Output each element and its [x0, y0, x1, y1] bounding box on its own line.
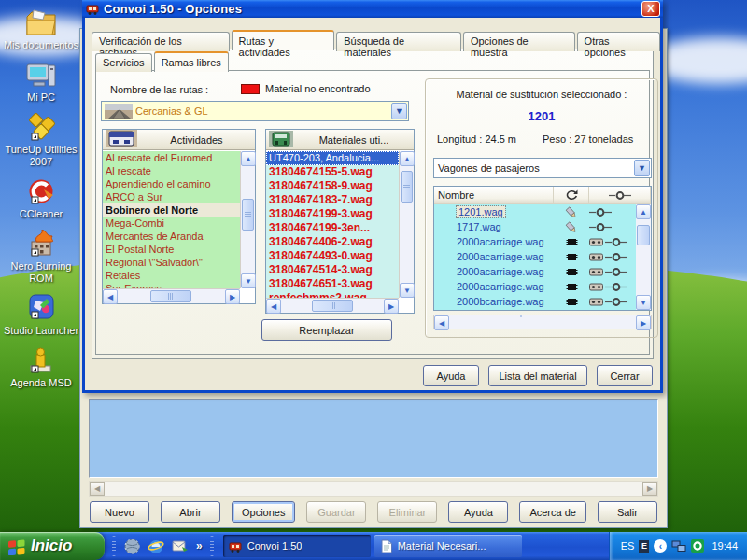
- category-combobox[interactable]: Vagones de pasajeros ▼: [433, 158, 652, 178]
- activity-item[interactable]: Mega-Combi: [103, 217, 240, 230]
- desktop-icon-agenda-msd[interactable]: Agenda MSD: [2, 345, 80, 389]
- table-row[interactable]: 2000acarriage.wag: [434, 234, 636, 249]
- scroll-track[interactable]: [449, 315, 636, 329]
- material-item[interactable]: 31804674493-0.wag: [266, 249, 399, 263]
- materials-horizontal-scrollbar[interactable]: ◀ ▶: [266, 298, 399, 313]
- material-item[interactable]: 31804674199-3.wag: [266, 207, 399, 221]
- scroll-track[interactable]: [118, 289, 225, 303]
- scroll-thumb[interactable]: [520, 315, 522, 317]
- activity-item[interactable]: Mercantes de Aranda: [103, 230, 240, 243]
- material-item[interactable]: 31804674183-7.wag: [266, 193, 399, 207]
- salir-button[interactable]: Salir: [598, 501, 657, 523]
- tab-rutas-y-actividades[interactable]: Rutas y actividades: [232, 30, 335, 50]
- table-row[interactable]: 1201.wag: [434, 204, 636, 219]
- task-convoi-1-50[interactable]: Convoi 1.50: [223, 535, 371, 557]
- internet-explorer-icon[interactable]: [148, 538, 164, 554]
- scroll-left-arrow-icon[interactable]: ◀: [90, 482, 105, 496]
- ayuda-button[interactable]: Ayuda: [448, 501, 508, 523]
- desktop-icon-ccleaner[interactable]: CCleaner: [2, 176, 80, 220]
- scroll-down-arrow-icon[interactable]: ▼: [400, 283, 415, 298]
- activity-item[interactable]: Bobinero del Norte: [103, 203, 240, 217]
- material-item[interactable]: renfechmms2.wag: [266, 291, 399, 298]
- replace-button[interactable]: Reemplazar: [261, 319, 392, 341]
- material-item[interactable]: 31804674155-5.wag: [266, 165, 399, 179]
- network-icon[interactable]: [671, 540, 686, 553]
- quick-launch-overflow-chevron[interactable]: »: [196, 539, 203, 553]
- scroll-right-arrow-icon[interactable]: ▶: [636, 315, 651, 330]
- material-item[interactable]: 31804674158-9.wag: [266, 179, 399, 193]
- route-combobox[interactable]: Cercanias & GL ▼: [101, 101, 409, 121]
- scroll-thumb[interactable]: [637, 225, 650, 245]
- globe-icon[interactable]: [123, 538, 140, 554]
- scroll-left-arrow-icon[interactable]: ◀: [266, 299, 281, 314]
- scroll-thumb[interactable]: [242, 199, 254, 231]
- activity-item[interactable]: Sur Express: [103, 282, 240, 288]
- activity-item[interactable]: Regional \"Salvador\": [103, 256, 240, 269]
- coupling-column-icon[interactable]: [589, 187, 651, 204]
- scroll-right-arrow-icon[interactable]: ▶: [642, 482, 657, 496]
- scroll-up-arrow-icon[interactable]: ▲: [636, 204, 651, 219]
- activity-item[interactable]: Aprendiendo el camino: [103, 177, 240, 190]
- close-icon[interactable]: X: [641, 1, 660, 17]
- language-indicator[interactable]: ES: [621, 540, 635, 552]
- task-material-necesari[interactable]: Material Necesari...: [374, 535, 522, 557]
- material-item[interactable]: 31804674406-2.wag: [266, 235, 399, 249]
- desktop-icon-tuneup-utilities-2007[interactable]: TuneUp Utilities 2007: [2, 112, 80, 168]
- material-item[interactable]: 31804674651-3.wag: [266, 277, 399, 291]
- dialog-titlebar[interactable]: Convoi 1.50 - Opciones X: [82, 0, 663, 18]
- scroll-right-arrow-icon[interactable]: ▶: [384, 299, 399, 314]
- cerrar-button[interactable]: Cerrar: [597, 365, 653, 386]
- ayuda-button[interactable]: Ayuda: [423, 365, 479, 386]
- table-horizontal-scrollbar[interactable]: ◀ ▶: [433, 315, 652, 329]
- scroll-track[interactable]: [281, 299, 384, 313]
- desktop-icon-nero-burning-rom[interactable]: Nero Burning ROM: [2, 229, 80, 285]
- language-e-icon[interactable]: E: [639, 540, 649, 553]
- mail-icon[interactable]: [172, 538, 189, 554]
- activity-item[interactable]: El Postal Norte: [103, 243, 240, 256]
- subtab-servicios[interactable]: Servicios: [95, 53, 152, 72]
- desktop-icon-studio-launcher[interactable]: Studio Launcher: [2, 293, 80, 337]
- scroll-thumb[interactable]: [401, 171, 413, 203]
- table-row[interactable]: 1717.wag: [434, 219, 636, 234]
- tab-opciones-de-muestra[interactable]: Opciones de muestra: [463, 32, 575, 51]
- subtab-ramas-libres[interactable]: Ramas libres: [154, 51, 229, 72]
- scroll-left-arrow-icon[interactable]: ◀: [434, 315, 449, 330]
- tab-búsqueda-de-materiales[interactable]: Búsqueda de materiales: [336, 32, 461, 51]
- activities-vertical-scrollbar[interactable]: ▲ ▼: [240, 151, 255, 288]
- table-row[interactable]: 2000acarriage.wag: [434, 279, 636, 294]
- scroll-right-arrow-icon[interactable]: ▶: [225, 289, 240, 304]
- activities-horizontal-scrollbar[interactable]: ◀ ▶: [103, 288, 240, 303]
- table-vertical-scrollbar[interactable]: ▲ ▼: [636, 204, 651, 310]
- activity-item[interactable]: ARCO a Sur: [103, 190, 240, 203]
- scroll-up-arrow-icon[interactable]: ▲: [241, 151, 256, 166]
- table-row[interactable]: 2000acarriage.wag: [434, 264, 636, 279]
- scroll-track[interactable]: [241, 166, 255, 273]
- opciones-button[interactable]: Opciones: [232, 501, 295, 523]
- scroll-thumb[interactable]: [150, 290, 191, 302]
- name-column-header[interactable]: Nombre: [434, 187, 554, 204]
- hide-icons-chevron[interactable]: ‹: [654, 539, 667, 553]
- table-row[interactable]: 2000bcarriage.wag: [434, 294, 636, 309]
- activity-item[interactable]: Retales: [103, 269, 240, 282]
- desktop-icon-mis-documentos[interactable]: Mis documentos: [2, 7, 80, 51]
- scroll-down-arrow-icon[interactable]: ▼: [241, 273, 256, 288]
- tab-otras-opciones[interactable]: Otras opciones: [577, 32, 660, 51]
- materials-vertical-scrollbar[interactable]: ▲ ▼: [399, 151, 414, 298]
- activity-item[interactable]: Al rescate: [103, 164, 240, 177]
- chevron-down-icon[interactable]: ▼: [391, 103, 407, 119]
- material-item[interactable]: UT470-203, Andalucia...: [266, 151, 399, 165]
- scroll-up-arrow-icon[interactable]: ▲: [400, 151, 415, 166]
- scroll-thumb[interactable]: [312, 300, 353, 312]
- scroll-left-arrow-icon[interactable]: ◀: [103, 289, 118, 304]
- scroll-track[interactable]: [400, 166, 414, 283]
- chevron-down-icon[interactable]: ▼: [634, 160, 650, 176]
- tab-verificación-de-los-archivos[interactable]: Verificación de los archivos: [92, 32, 230, 51]
- desktop-icon-mi-pc[interactable]: Mi PC: [2, 60, 80, 104]
- acerca-de-button[interactable]: Acerca de: [519, 501, 586, 523]
- scroll-track[interactable]: [636, 219, 651, 295]
- material-item[interactable]: 31804674199-3en...: [266, 221, 399, 235]
- nuevo-button[interactable]: Nuevo: [90, 501, 149, 523]
- green-app-icon[interactable]: [691, 539, 704, 553]
- lista-del-material-button[interactable]: Lista del material: [488, 365, 587, 386]
- material-item[interactable]: 31804674514-3.wag: [266, 263, 399, 277]
